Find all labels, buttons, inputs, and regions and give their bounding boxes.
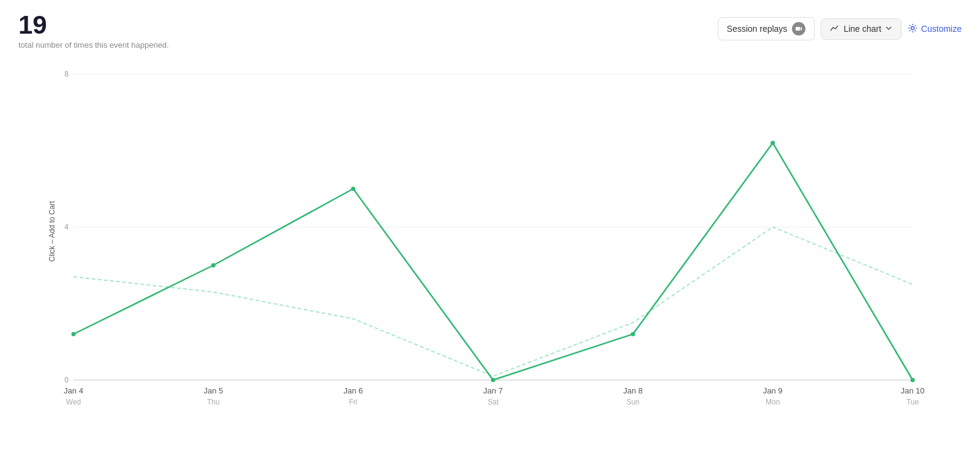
svg-text:Jan 8: Jan 8: [623, 386, 643, 395]
svg-text:8: 8: [64, 70, 69, 78]
svg-text:Jan 4: Jan 4: [64, 386, 83, 395]
svg-point-28: [631, 332, 635, 337]
svg-text:Sat: Sat: [488, 398, 499, 406]
svg-text:Jan 7: Jan 7: [483, 386, 503, 395]
chevron-down-icon: [885, 24, 892, 34]
svg-text:Wed: Wed: [66, 398, 81, 406]
svg-text:Jan 9: Jan 9: [763, 386, 783, 395]
svg-text:Mon: Mon: [766, 398, 780, 406]
svg-point-25: [211, 263, 216, 267]
svg-point-29: [771, 141, 775, 145]
svg-text:Jan 6: Jan 6: [344, 386, 363, 395]
svg-point-27: [491, 378, 496, 382]
customize-label: Customize: [921, 24, 962, 34]
metric-subtitle: total number of times this event happene…: [18, 40, 169, 50]
svg-marker-1: [801, 27, 802, 31]
line-chart-icon: [830, 23, 840, 35]
main-container: 19 total number of times this event happ…: [0, 0, 980, 462]
line-chart-label: Line chart: [843, 24, 881, 34]
customize-button[interactable]: Customize: [908, 23, 962, 35]
svg-text:Fri: Fri: [349, 398, 358, 406]
svg-point-30: [911, 378, 915, 382]
svg-text:Tue: Tue: [907, 398, 919, 406]
camera-icon: [792, 22, 805, 35]
gear-icon: [908, 23, 918, 35]
svg-text:Jan 10: Jan 10: [900, 386, 924, 395]
chart-area: Click – Add to Cart 048Jan 4WedJan 5ThuJ…: [18, 62, 962, 429]
metric-number: 19: [18, 12, 169, 38]
line-chart-svg: 048Jan 4WedJan 5ThuJan 6FriJan 7SatJan 8…: [49, 62, 962, 429]
metric-block: 19 total number of times this event happ…: [18, 12, 169, 50]
svg-rect-0: [796, 27, 800, 31]
header-row: 19 total number of times this event happ…: [18, 12, 962, 50]
line-chart-button[interactable]: Line chart: [821, 18, 901, 40]
svg-point-26: [351, 187, 355, 191]
session-replays-button[interactable]: Session replays: [718, 17, 815, 40]
svg-text:Jan 5: Jan 5: [203, 386, 223, 395]
session-replays-label: Session replays: [727, 24, 788, 34]
svg-text:Thu: Thu: [207, 398, 220, 406]
svg-point-24: [72, 332, 76, 337]
svg-point-2: [911, 26, 914, 29]
svg-text:4: 4: [64, 223, 69, 231]
svg-text:0: 0: [64, 376, 69, 384]
svg-text:Sun: Sun: [627, 398, 639, 406]
controls-row: Session replays Line chart: [718, 17, 962, 40]
